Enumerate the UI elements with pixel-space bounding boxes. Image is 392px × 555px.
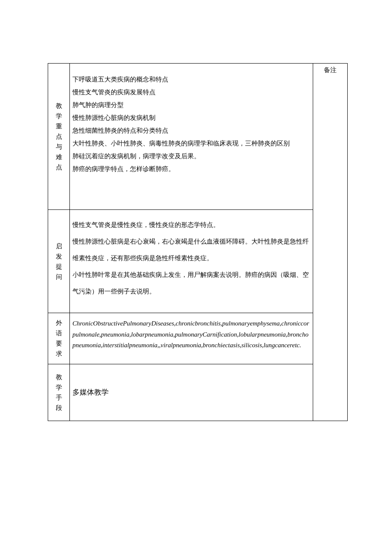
table-row: 外语要求 ChronicObstructivePulmonaryDiseases…	[48, 313, 348, 364]
row-label-cell: 启发提问	[48, 210, 70, 313]
document-page: 教学重点与难点 下呼吸道五大类疾病的概念和特点慢性支气管炎的疾病发展特点肺气肿的…	[0, 0, 392, 555]
row-label-cell: 教学手段	[48, 364, 70, 421]
row-content-foreign: ChronicObstructivePulmonaryDiseases,chro…	[70, 313, 313, 364]
notes-column: 备注	[313, 64, 348, 421]
table-row: 启发提问 慢性支气管炎是慢性炎症，慢性炎症的形态学特点。慢性肺源性心脏病是右心衰…	[48, 210, 348, 313]
row-label-keypoints: 教学重点与难点	[48, 97, 69, 176]
row-label-questions: 启发提问	[48, 238, 69, 285]
row-label-cell: 教学重点与难点	[48, 64, 70, 210]
row-label-method: 教学手段	[48, 369, 69, 416]
row-content-keypoints: 下呼吸道五大类疾病的概念和特点慢性支气管炎的疾病发展特点肺气肿的病理分型慢性肺源…	[70, 64, 313, 210]
row-label-cell: 外语要求	[48, 313, 70, 364]
table-row: 教学手段 多媒体教学	[48, 364, 348, 421]
row-content-questions: 慢性支气管炎是慢性炎症，慢性炎症的形态学特点。慢性肺源性心脏病是右心衰竭，右心衰…	[70, 210, 313, 313]
lesson-plan-table: 教学重点与难点 下呼吸道五大类疾病的概念和特点慢性支气管炎的疾病发展特点肺气肿的…	[48, 63, 348, 421]
row-label-foreign: 外语要求	[48, 314, 69, 362]
row-content-method: 多媒体教学	[70, 364, 313, 421]
table-row: 教学重点与难点 下呼吸道五大类疾病的概念和特点慢性支气管炎的疾病发展特点肺气肿的…	[48, 64, 348, 210]
